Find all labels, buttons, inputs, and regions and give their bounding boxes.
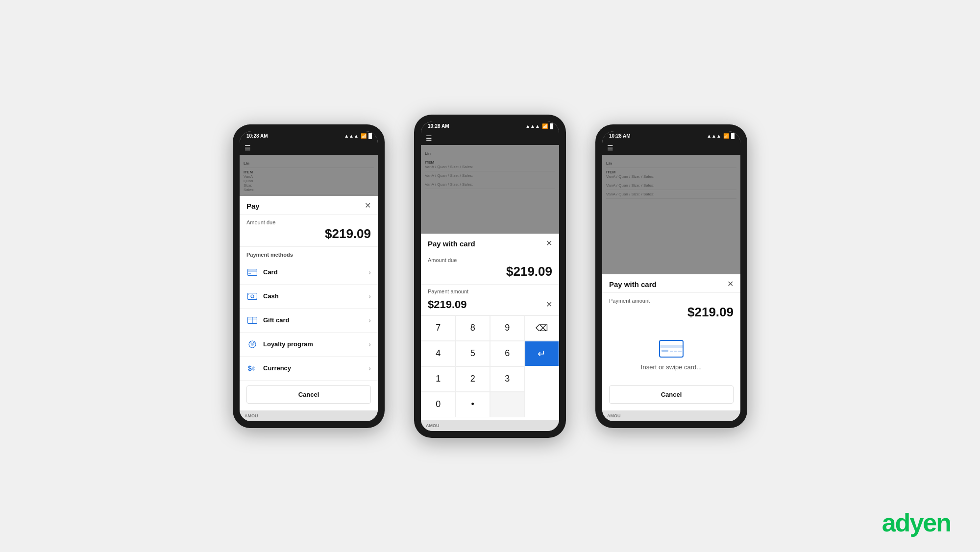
signal-icon-2: ▲▲▲ [525, 123, 540, 129]
svg-rect-1 [248, 270, 257, 272]
key-8[interactable]: 8 [456, 315, 490, 341]
amount-value-2: $219.09 [428, 264, 552, 279]
key-enter[interactable]: ↵ [525, 341, 560, 366]
hamburger-icon-3[interactable]: ☰ [607, 144, 613, 152]
cash-label: Cash [263, 292, 368, 300]
status-bar-3: 10:28 AM ▲▲▲ 📶 █ [602, 131, 740, 141]
amount-section-2: Amount due $219.09 [421, 252, 559, 285]
status-bar-2: 10:28 AM ▲▲▲ 📶 █ [421, 121, 559, 131]
bottom-bar-3: AMOU [602, 410, 740, 421]
key-1[interactable]: 1 [421, 366, 456, 392]
app-bar-1: ☰ [240, 141, 378, 155]
payment-method-currency[interactable]: $ ¢ Currency › [240, 357, 378, 381]
app-bar-2: ☰ [421, 131, 559, 145]
key-2[interactable]: 2 [456, 366, 490, 392]
svg-point-11 [251, 343, 254, 346]
time-2: 10:28 AM [428, 123, 449, 129]
signal-icon-3: ▲▲▲ [707, 133, 721, 139]
payment-amount-label: Payment amount [421, 285, 559, 296]
bg-content-1: Lin ITEM VanA Quan Size: Sales: VanA Qua… [240, 155, 378, 410]
adyen-logo: adyen [882, 508, 951, 537]
svg-rect-3 [248, 293, 257, 299]
svg-text:$: $ [248, 364, 252, 372]
svg-rect-2 [248, 273, 251, 274]
close-button-3[interactable]: ✕ [727, 280, 734, 288]
bg-content-2: Lin ITEM VanA / Quan / Size: / Sales: Va… [421, 145, 559, 420]
hamburger-icon-2[interactable]: ☰ [426, 134, 432, 142]
wifi-icon-3: 📶 [723, 133, 729, 139]
phone-3: 10:28 AM ▲▲▲ 📶 █ ☰ Lin ITEM VanA / Quan … [595, 124, 747, 428]
amount-value-3: $219.09 [609, 305, 734, 320]
status-bar-1: 10:28 AM ▲▲▲ 📶 █ [240, 131, 378, 141]
time-3: 10:28 AM [609, 133, 631, 139]
battery-icon-3: █ [731, 133, 735, 139]
card-label: Card [263, 268, 368, 276]
key-4[interactable]: 4 [421, 341, 456, 366]
payment-methods-label: Payment methods [240, 247, 378, 261]
amount-section-3: Payment amount $219.09 [602, 293, 740, 325]
close-button-1[interactable]: ✕ [365, 202, 371, 210]
svg-point-4 [251, 295, 254, 298]
cancel-button-3[interactable]: Cancel [609, 385, 734, 404]
pay-with-card-modal-3: Pay with card ✕ Payment amount $219.09 [602, 274, 740, 410]
svg-rect-17 [660, 345, 683, 348]
loyalty-chevron: › [368, 340, 371, 348]
key-6[interactable]: 6 [490, 341, 525, 366]
time-1: 10:28 AM [246, 133, 268, 139]
svg-rect-18 [662, 350, 668, 352]
loyalty-label: Loyalty program [263, 340, 368, 348]
bottom-label-3: AMOU [607, 413, 621, 418]
card-icon [246, 266, 258, 278]
giftcard-chevron: › [368, 316, 371, 324]
key-7[interactable]: 7 [421, 315, 456, 341]
cancel-button-1[interactable]: Cancel [246, 385, 371, 404]
giftcard-icon [246, 314, 258, 326]
payment-method-loyalty[interactable]: Loyalty program › [240, 333, 378, 357]
modal-header-1: Pay ✕ [240, 196, 378, 215]
svg-rect-21 [678, 351, 682, 352]
payment-method-giftcard[interactable]: Gift card › [240, 309, 378, 333]
phone-1-screen: 10:28 AM ▲▲▲ 📶 █ ☰ Lin ITEM VanA Quan Si… [240, 131, 378, 421]
wifi-icon-1: 📶 [361, 133, 367, 139]
key-9[interactable]: 9 [490, 315, 525, 341]
bottom-bar-2: AMOU [421, 420, 559, 431]
modal-header-3: Pay with card ✕ [602, 274, 740, 293]
currency-label: Currency [263, 364, 368, 372]
app-bar-3: ☰ [602, 141, 740, 155]
cancel-container-3: Cancel [602, 381, 740, 410]
clear-button[interactable]: ✕ [546, 300, 552, 309]
payment-methods-modal: Pay ✕ Amount due $219.09 Payment methods [240, 196, 378, 410]
numpad-section: Payment amount $219.09 ✕ 7 8 9 ⌫ [421, 285, 559, 420]
close-button-2[interactable]: ✕ [546, 240, 552, 247]
hamburger-icon-1[interactable]: ☰ [245, 144, 251, 152]
modal-overlay-2: Pay with card ✕ Amount due $219.09 Payme… [421, 145, 559, 420]
key-0[interactable]: 0 [421, 392, 456, 417]
cancel-container-1: Cancel [240, 381, 378, 410]
svg-point-12 [250, 341, 251, 343]
modal-overlay-1: Pay ✕ Amount due $219.09 Payment methods [240, 155, 378, 410]
wifi-icon-2: 📶 [542, 123, 548, 129]
modal-title-1: Pay [246, 202, 260, 210]
modal-title-3: Pay with card [609, 280, 657, 288]
svg-rect-20 [674, 351, 677, 352]
battery-icon-1: █ [368, 133, 372, 139]
key-3[interactable]: 3 [490, 366, 525, 392]
giftcard-label: Gift card [263, 316, 368, 324]
svg-point-6 [256, 298, 257, 299]
payment-method-cash[interactable]: Cash › [240, 285, 378, 309]
svg-rect-16 [660, 340, 683, 357]
svg-point-13 [254, 341, 255, 343]
amount-label-2: Amount due [428, 257, 552, 263]
key-5[interactable]: 5 [456, 341, 490, 366]
modal-title-2: Pay with card [428, 240, 475, 248]
bottom-label-1: AMOU [245, 413, 258, 418]
payment-method-card[interactable]: Card › [240, 261, 378, 285]
currency-icon: $ ¢ [246, 362, 258, 374]
cash-chevron: › [368, 292, 371, 300]
bg-content-3: Lin ITEM VanA / Quan / Size: / Sales: Va… [602, 155, 740, 410]
key-dot[interactable]: • [456, 392, 490, 417]
key-backspace[interactable]: ⌫ [525, 315, 560, 341]
signal-icon-1: ▲▲▲ [344, 133, 359, 139]
amount-label-1: Amount due [246, 219, 371, 225]
card-chevron: › [368, 268, 371, 276]
